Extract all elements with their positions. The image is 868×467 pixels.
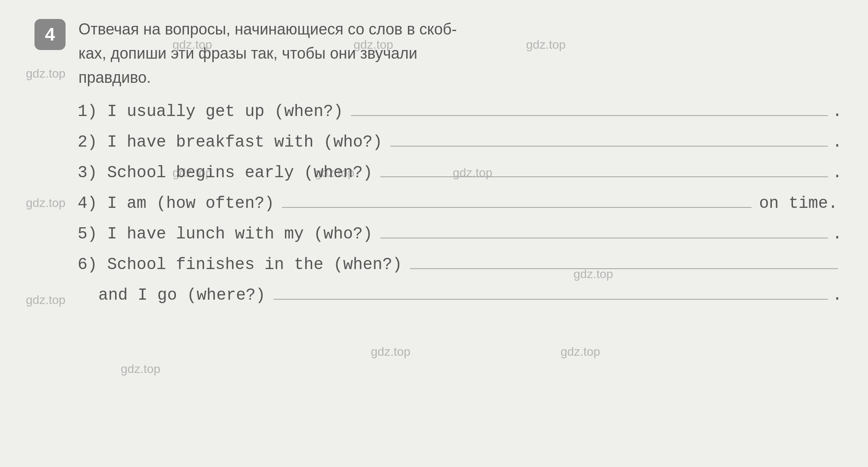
instruction-line3: правдиво. [78,66,457,90]
exercise-6-dot: . [832,286,842,304]
exercise-1: 1) I usually get up (when?) . [78,102,842,121]
exercise-6-line2-input [273,299,828,300]
instruction-line2: ках, допиши эти фразы так, чтобы они зву… [78,41,457,66]
task-header: 4 Отвечая на вопросы, начинающиеся со сл… [34,17,842,89]
exercise-2-line [390,146,828,147]
exercise-2-text: 2) I have breakfast with (who?) [78,133,382,151]
exercise-6-line1: 6) School finishes in the (when?) [78,255,842,274]
watermark-12: gdz.top [561,345,600,359]
exercise-5: 5) I have lunch with my (who?) . [78,225,842,243]
task-instruction: Отвечая на вопросы, начинающиеся со слов… [78,17,457,89]
exercise-6-text2: and I go (where?) [98,286,266,304]
exercise-5-text: 5) I have lunch with my (who?) [78,225,373,243]
exercise-5-dot: . [832,225,842,243]
exercise-4-line [282,207,751,208]
exercise-2: 2) I have breakfast with (who?) . [78,133,842,151]
exercise-3: 3) School begins early (when?) . [78,163,842,182]
watermark-13: gdz.top [121,362,160,376]
exercise-3-dot: . [832,163,842,182]
exercise-4-text: 4) I am (how often?) [78,194,274,213]
instruction-line1: Отвечая на вопросы, начинающиеся со слов… [78,17,457,41]
exercise-1-dot: . [832,102,842,121]
exercise-6-line2: and I go (where?) . [78,286,842,304]
page-container: gdz.top gdz.top gdz.top gdz.top gdz.top … [0,0,868,467]
exercise-5-line [380,238,828,238]
exercises-container: 1) I usually get up (when?) . 2) I have … [34,102,842,304]
exercise-3-line [380,176,828,177]
exercise-6-block: 6) School finishes in the (when?) and I … [78,255,842,304]
exercise-1-line [351,115,828,116]
exercise-6-line1-input [410,268,838,269]
task-number: 4 [45,24,55,45]
watermark-11: gdz.top [371,345,410,359]
exercise-1-text: 1) I usually get up (when?) [78,102,343,121]
exercise-4: 4) I am (how often?) on time. [78,194,842,213]
exercise-4-suffix: on time. [759,194,838,213]
exercise-3-text: 3) School begins early (when?) [78,163,373,182]
exercise-2-dot: . [832,133,842,151]
exercise-6-text1: 6) School finishes in the (when?) [78,255,402,274]
task-number-badge: 4 [34,19,66,50]
